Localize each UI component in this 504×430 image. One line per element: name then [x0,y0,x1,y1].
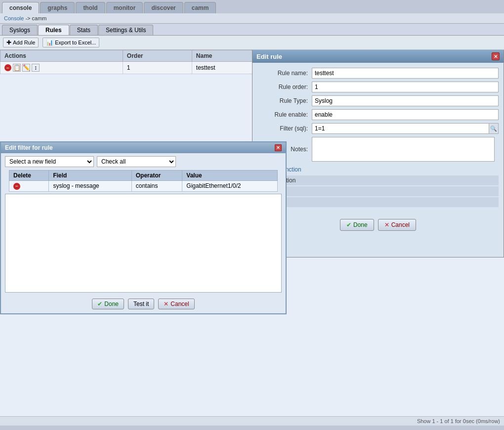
rule-order-label: Rule order: [257,84,312,90]
tab-camm[interactable]: camm [184,2,216,13]
edit-rule-close-button[interactable]: ✕ [492,52,500,60]
subtab-stats[interactable]: Stats [70,25,98,35]
edit-rule-dialog: Edit rule ✕ Rule name: Rule order: Rule … [252,50,504,258]
subtab-rules[interactable]: Rules [38,25,69,35]
status-text: Show 1 - 1 of 1 for 0sec (0ms/row) [417,418,500,424]
filter-sql-input[interactable] [312,123,489,134]
edit-rule-title-bar: Edit rule ✕ [252,50,504,63]
filter-row: − syslog - message contains GigabitEther… [9,181,278,192]
filter-done-label: Done [104,301,119,307]
filter-content-area [5,194,282,293]
filter-done-button[interactable]: ✔ Done [92,299,124,309]
edit-rule-done-button[interactable]: ✔ Done [340,219,374,231]
add-rule-button[interactable]: ✚ Add Rule [3,38,39,47]
breadcrumb-current: camm [32,15,47,21]
ecord-section: ecord [262,197,499,207]
rule-name-label: Rule name: [257,70,312,77]
export-icon: 📊 [46,39,53,46]
done-label: Done [353,221,368,228]
filter-dialog-title-text: Edit filter for rule [5,144,53,151]
breadcrumb: Console -> camm [0,13,504,24]
user-function-link[interactable]: e user function [262,165,499,174]
edit-rule-cancel-button[interactable]: ✕ Cancel [378,219,416,231]
cancel-icon: ✕ [384,221,389,228]
rule-enable-label: Rule enable: [257,111,312,118]
tab-thold[interactable]: thold [76,2,105,13]
record-section: Record [262,186,499,196]
tab-discover[interactable]: discover [144,2,183,13]
edit-rule-title: Edit rule [256,53,282,60]
field-select[interactable]: Select a new field [5,156,94,167]
filter-cancel-label: Cancel [170,301,189,307]
filter-footer: ✔ Done Test it ✕ Cancel [1,295,286,313]
filter-operator-cell: contains [131,181,182,192]
edit-rule-footer: ✔ Done ✕ Cancel [252,215,504,235]
tab-graphs[interactable]: graphs [40,2,75,13]
filter-sql-label: Filter (sql): [257,125,312,132]
rule-enable-row: Rule enable: enable [257,109,499,120]
breadcrumb-arrow: -> [25,15,30,21]
tab-monitor[interactable]: monitor [106,2,143,13]
subtab-settings[interactable]: Settings & Utils [98,25,153,35]
filter-delete-icon[interactable]: − [13,183,20,190]
filter-col-operator: Operator [131,171,182,181]
filter-test-button[interactable]: Test it [128,299,154,309]
row-order: 1 [123,62,192,74]
filter-col-value: Value [182,171,278,181]
done-icon: ✔ [346,221,351,228]
add-icon: ✚ [6,39,11,46]
filter-col-delete: Delete [9,171,49,181]
rule-type-select[interactable]: Syslog [312,95,499,106]
rule-enable-select[interactable]: enable [312,109,499,120]
filter-done-icon: ✔ [97,301,102,307]
breadcrumb-link[interactable]: Console [4,15,24,21]
rule-type-label: Rule Type: [257,97,312,104]
cancel-label: Cancel [391,221,410,228]
filter-value-cell: GigabitEthernet1/0/2 [182,181,278,192]
notes-textarea[interactable] [312,137,495,162]
filter-test-label: Test it [133,301,149,307]
subtab-syslogs[interactable]: Syslogs [2,25,38,35]
notification-section: Notification [262,175,499,185]
filter-toolbar: Select a new field Check all [1,153,286,170]
filter-body: Delete Field Operator Value − syslog - m… [1,170,286,194]
col-order: Order [123,50,192,62]
rule-name-input[interactable] [312,68,499,79]
top-nav: console graphs thold monitor discover ca… [0,0,504,13]
rule-name-row: Rule name: [257,68,499,79]
filter-dialog-close-button[interactable]: ✕ [275,144,282,151]
edit-rule-body: Rule name: Rule order: Rule Type: Syslog… [252,63,504,213]
delete-icon[interactable]: − [4,64,11,71]
filter-dialog-title-bar: Edit filter for rule ✕ [1,142,286,153]
filter-field-cell: syslog - message [49,181,131,192]
copy-icon[interactable]: 📋 [13,64,21,72]
filter-table: Delete Field Operator Value − syslog - m… [9,170,278,192]
sub-tabs: Syslogs Rules Stats Settings & Utils [0,24,504,36]
rule-type-row: Rule Type: Syslog [257,95,499,106]
filter-search-button[interactable]: 🔍 [489,123,499,134]
tab-console[interactable]: console [2,2,39,13]
row-actions: − 📋 ✏️ ↕ [0,62,123,74]
col-actions: Actions [0,50,123,62]
main-area: Actions Order Name Type Enable Actions −… [0,50,504,426]
toolbar: ✚ Add Rule 📊 Export to Excel... [0,36,504,50]
export-excel-button[interactable]: 📊 Export to Excel... [42,38,99,47]
filter-cancel-button[interactable]: ✕ Cancel [158,299,194,309]
rule-order-row: Rule order: [257,82,499,92]
check-all-select[interactable]: Check all [97,156,176,167]
notes-row: Notes: [257,137,499,162]
edit-filter-dialog: Edit filter for rule ✕ Select a new fiel… [0,141,287,314]
filter-col-field: Field [49,171,131,181]
rule-order-input[interactable] [312,82,499,92]
move-icon[interactable]: ↕ [32,64,40,72]
filter-cancel-icon: ✕ [164,301,168,307]
status-bar: Show 1 - 1 of 1 for 0sec (0ms/row) [0,416,504,426]
filter-sql-row: Filter (sql): 🔍 [257,123,499,134]
sections: e user function Notification Record ecor… [262,165,499,207]
edit-icon[interactable]: ✏️ [22,64,30,72]
filter-delete-cell: − [9,181,49,192]
